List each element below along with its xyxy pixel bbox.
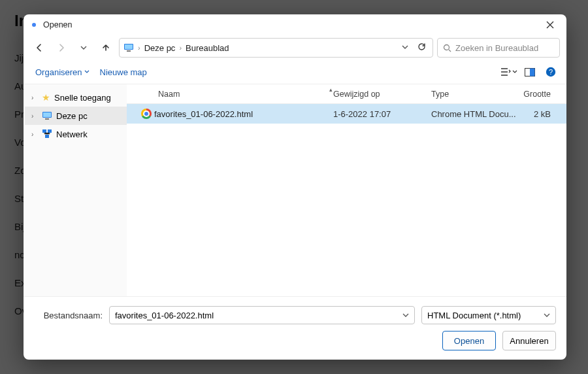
preview-pane-button[interactable]: [521, 64, 539, 80]
svg-rect-1: [125, 44, 133, 49]
arrow-up-icon: [101, 43, 110, 52]
filename-input[interactable]: favorites_01-06-2022.html: [109, 306, 415, 324]
monitor-icon: [123, 42, 134, 53]
file-size: 2 kB: [516, 109, 557, 119]
svg-point-3: [444, 44, 449, 50]
sort-indicator-icon: ▴: [329, 86, 333, 93]
file-modified: 1-6-2022 17:07: [333, 109, 431, 119]
new-folder-button[interactable]: Nieuwe map: [96, 65, 151, 80]
svg-rect-10: [45, 118, 49, 120]
back-button[interactable]: [30, 39, 48, 57]
svg-text:?: ?: [549, 68, 553, 76]
help-icon: ?: [546, 67, 556, 77]
breadcrumb-separator-icon: ›: [138, 44, 140, 52]
file-list-pane: ▴ Naam Gewijzigd op Type Grootte favorit…: [127, 84, 566, 296]
star-icon: ★: [42, 92, 50, 103]
col-modified[interactable]: Gewijzigd op: [333, 90, 431, 99]
cancel-button[interactable]: Annuleren: [502, 331, 556, 350]
tree-item-this-pc[interactable]: › Deze pc: [25, 107, 127, 125]
svg-rect-2: [127, 50, 131, 52]
chevron-right-icon: ›: [31, 94, 38, 101]
tree-item-network[interactable]: › Netwerk: [25, 125, 127, 143]
chevron-down-icon: [544, 312, 550, 318]
search-placeholder: Zoeken in Bureaublad: [455, 43, 538, 53]
chevron-down-icon: [402, 312, 409, 318]
chevron-right-icon: ›: [31, 131, 38, 138]
search-input[interactable]: Zoeken in Bureaublad: [437, 38, 560, 58]
nav-row: › Deze pc › Bureaublad Zoeken in Bureaub…: [24, 33, 566, 61]
refresh-icon: [417, 42, 426, 51]
arrow-right-icon: [57, 43, 66, 52]
view-options-button[interactable]: [500, 64, 518, 80]
chrome-icon: [29, 20, 39, 30]
dialog-title: Openen: [43, 20, 72, 29]
file-type-filter[interactable]: HTML Document (*.html): [421, 306, 556, 324]
chevron-down-icon: [402, 44, 408, 50]
breadcrumb-separator-icon: ›: [179, 44, 182, 52]
chrome-icon: [141, 109, 154, 119]
chevron-down-icon: [84, 69, 90, 75]
open-button[interactable]: Openen: [442, 331, 496, 350]
address-bar[interactable]: › Deze pc › Bureaublad: [119, 38, 433, 58]
forward-button[interactable]: [52, 39, 71, 57]
command-bar: Organiseren Nieuwe map ?: [24, 61, 566, 84]
col-type[interactable]: Type: [431, 90, 516, 99]
col-name[interactable]: Naam: [158, 90, 333, 99]
svg-rect-9: [43, 112, 51, 117]
chevron-down-icon: [512, 69, 517, 75]
svg-rect-13: [45, 135, 49, 138]
tree-item-quick-access[interactable]: › ★ Snelle toegang: [25, 88, 127, 107]
file-type: Chrome HTML Docu...: [431, 109, 516, 119]
up-button[interactable]: [97, 39, 115, 57]
col-size[interactable]: Grootte: [516, 90, 557, 99]
breadcrumb-dropdown[interactable]: [399, 41, 411, 55]
svg-rect-5: [530, 68, 535, 76]
close-icon: [546, 21, 554, 29]
recent-button[interactable]: [74, 39, 93, 57]
close-button[interactable]: [538, 18, 563, 32]
organize-button[interactable]: Organiseren: [31, 65, 93, 80]
chevron-down-icon: [80, 44, 87, 51]
filename-label: Bestandsnaam:: [34, 311, 103, 320]
search-icon: [443, 44, 451, 52]
chevron-right-icon: ›: [31, 112, 38, 120]
file-open-dialog: Openen › Deze pc ›: [24, 14, 566, 360]
dialog-titlebar: Openen: [24, 14, 566, 33]
svg-rect-12: [48, 129, 52, 133]
breadcrumb-root[interactable]: Deze pc: [144, 43, 176, 53]
nav-tree: › ★ Snelle toegang › Deze pc › Netwerk: [24, 84, 127, 296]
preview-pane-icon: [525, 68, 535, 76]
monitor-icon: [42, 110, 52, 121]
refresh-button[interactable]: [415, 40, 429, 56]
network-icon: [42, 129, 52, 139]
list-view-icon: [500, 67, 511, 76]
svg-rect-11: [42, 129, 46, 133]
file-name: favorites_01-06-2022.html: [154, 109, 333, 119]
breadcrumb-leaf[interactable]: Bureaublad: [186, 43, 229, 53]
help-button[interactable]: ?: [542, 64, 560, 80]
arrow-left-icon: [35, 43, 44, 52]
column-headers[interactable]: ▴ Naam Gewijzigd op Type Grootte: [127, 84, 566, 104]
dialog-footer: Bestandsnaam: favorites_01-06-2022.html …: [24, 296, 566, 360]
file-row[interactable]: favorites_01-06-2022.html 1-6-2022 17:07…: [127, 104, 566, 124]
